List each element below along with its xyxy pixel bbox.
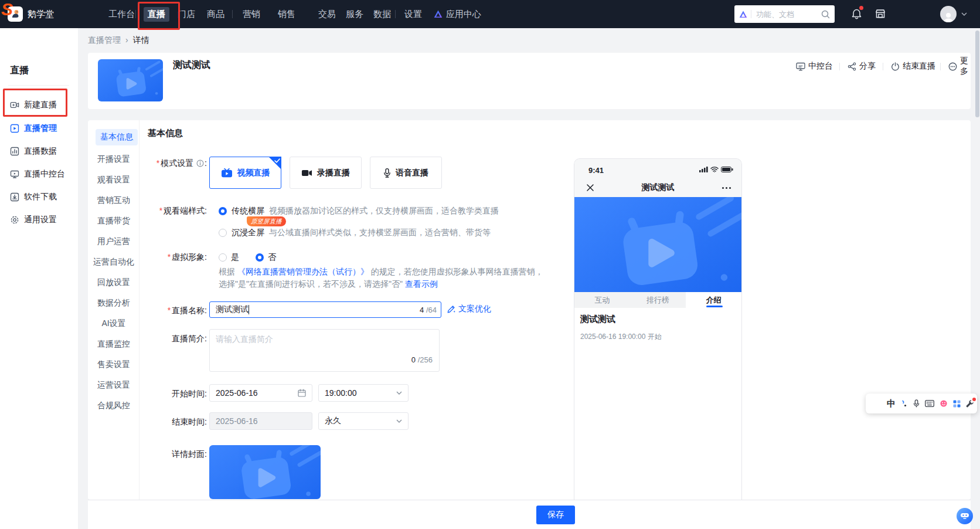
nav-item-workbench[interactable]: 工作台 [108,0,135,28]
check-icon [274,158,280,163]
tab-ai-settings[interactable]: AI设置 [88,316,139,332]
calendar-icon [298,389,306,397]
option-name[interactable]: 沉浸全屏 [232,228,264,238]
tab-watch-settings[interactable]: 观看设置 [88,172,139,188]
phone-clock: 9:41 [588,166,604,175]
mode-option-recorded[interactable]: 录播直播 [290,157,362,189]
tab-live-monitor[interactable]: 直播监控 [88,336,139,352]
tab-sale-settings[interactable]: 售卖设置 [88,357,139,373]
ime-language-toggle[interactable]: 中 [887,398,896,409]
tab-user-operation[interactable]: 用户运营 [88,233,139,250]
regulation-link[interactable]: 《网络直播营销管理办法（试行）》 [237,267,369,276]
tab-replay-settings[interactable]: 回放设置 [88,274,139,291]
phone-preview: 9:41 测试测试 [574,158,742,500]
sogou-logo[interactable]: S [1,0,13,19]
vertical-scrollbar-thumb[interactable] [975,30,979,117]
tab-live-commerce[interactable]: 直播带货 [88,213,139,229]
option-desc: 与公域直播间样式类似，支持横竖屏画面，适合营销、带货等 [269,228,491,238]
signal-icon [699,167,708,172]
end-live-button[interactable]: 结束直播 [891,60,935,72]
sidebar: 直播 新建直播 直播管理 直播数据 直播中控台 [0,28,78,529]
ime-toolbar: 中 [866,394,977,413]
help-fab[interactable] [957,508,973,524]
start-date-picker[interactable]: 2025-06-16 [209,384,312,402]
ime-apps-grid-icon[interactable] [953,400,961,408]
share-button[interactable]: 分享 [848,60,876,72]
detail-cover-image[interactable] [209,445,321,499]
more-button[interactable]: 更多 [948,60,971,72]
tab-data-analysis[interactable]: 数据分析 [88,295,139,311]
nav-item-store[interactable]: 门店 [178,0,195,28]
phone-tab-rank[interactable]: 排行榜 [630,292,686,308]
ime-punctuation-icon[interactable] [901,399,908,408]
user-avatar[interactable] [940,6,957,22]
ime-skin-icon[interactable] [940,399,948,408]
tab-compliance[interactable]: 合规风控 [88,398,139,414]
search-input[interactable] [755,9,818,19]
phone-more-icon[interactable] [722,187,731,189]
radio-selected[interactable] [219,207,227,215]
copy-optimize-button[interactable]: 文案优化 [447,304,491,314]
end-time-select[interactable]: 永久 [318,412,409,430]
assistant-logo-icon [739,11,747,18]
live-intro-textarea[interactable] [209,329,440,372]
breadcrumb-parent[interactable]: 直播管理 [88,35,121,46]
sidebar-item-label: 新建直播 [24,100,57,110]
nav-item-live[interactable]: 直播 [148,0,165,28]
sidebar-item-live-data[interactable]: 直播数据 [10,145,57,158]
mode-option-voice[interactable]: 语音直播 [370,157,442,189]
radio-no[interactable] [256,253,264,262]
sidebar-item-live-console[interactable]: 直播中控台 [10,168,65,181]
sidebar-item-label: 直播管理 [24,123,57,134]
nav-item-data[interactable]: 数据 [373,0,391,28]
app-window: 鹅学堂 工作台 直播 门店 商品 营销 销售 交易 服务 数据 设置 应用中心 [0,0,980,529]
sidebar-item-general-settings[interactable]: 通用设置 [10,213,57,226]
nav-divider [135,10,136,18]
store-switch-icon[interactable] [874,8,886,20]
ime-mic-icon[interactable] [913,399,920,408]
start-time-label: 开始时间: [139,389,207,399]
tab-basic-info[interactable]: 基本信息 [96,129,138,145]
nav-item-service[interactable]: 服务 [346,0,363,28]
avatar-chevron-down-icon[interactable] [961,12,967,16]
nav-item-app-center[interactable]: 应用中心 [434,0,481,28]
sidebar-item-live-manage[interactable]: 直播管理 [10,122,57,135]
ime-keyboard-icon[interactable] [925,400,934,407]
save-button[interactable]: 保存 [536,506,575,524]
option-yes-label[interactable]: 是 [231,252,239,263]
nav-item-marketing[interactable]: 营销 [243,0,260,28]
ime-settings-wrench-icon[interactable] [966,399,974,408]
live-name-input[interactable] [209,301,441,318]
console-button[interactable]: 中控台 [796,60,833,72]
section-title: 基本信息 [148,128,183,139]
view-example-link[interactable]: 查看示例 [405,279,438,289]
tab-marketing-interaction[interactable]: 营销互动 [88,192,139,209]
radio-unselected[interactable] [219,229,227,237]
phone-cover-image [574,197,742,292]
phone-tab-interact[interactable]: 互动 [574,292,630,308]
mode-option-video[interactable]: 视频直播 [209,157,281,189]
view-style-option-immersive: 沉浸全屏 与公域直播间样式类似，支持横竖屏画面，适合营销、带货等 [219,228,491,238]
global-search[interactable] [734,5,835,23]
option-name[interactable]: 传统横屏 [232,206,264,216]
nav-item-settings[interactable]: 设置 [404,0,422,28]
play-square-icon [10,124,19,133]
sidebar-item-software-download[interactable]: 软件下载 [10,191,57,204]
start-time-select[interactable]: 19:00:00 [318,384,409,402]
nav-item-sales[interactable]: 销售 [278,0,295,28]
notification-bell-icon[interactable] [851,8,862,20]
sidebar-item-new-live[interactable]: 新建直播 [10,99,57,111]
download-icon [10,192,19,202]
search-icon[interactable] [821,10,830,19]
virtual-avatar-note: 根据 《网络直播营销管理办法（试行）》 的规定，若您使用虚拟形象从事网络直播营销… [219,266,550,290]
bar-chart-icon [10,147,19,156]
nav-item-goods[interactable]: 商品 [207,0,224,28]
info-icon[interactable] [196,160,204,167]
radio-yes[interactable] [219,253,227,262]
tab-operation-automation[interactable]: 运营自动化 [88,254,139,270]
nav-item-trade[interactable]: 交易 [318,0,336,28]
tab-operation-settings[interactable]: 运营设置 [88,377,139,394]
option-no-label[interactable]: 否 [268,252,276,263]
tab-broadcast-settings[interactable]: 开播设置 [88,151,139,168]
text-caret [249,305,249,314]
